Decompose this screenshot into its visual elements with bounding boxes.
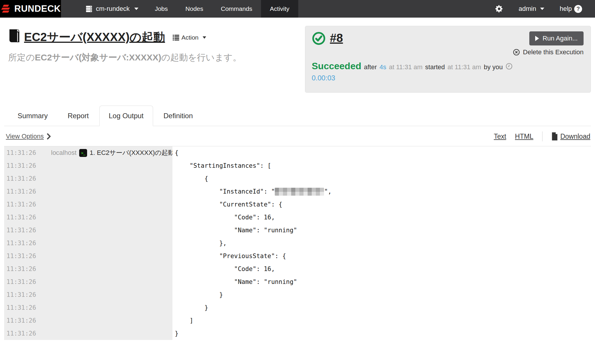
navbar-right: admin help ? xyxy=(495,0,595,18)
log-row: 11:31:26 "PreviousState": { xyxy=(4,250,591,263)
rundeck-brand[interactable]: RUNDECK xyxy=(0,0,61,18)
log-line: "Code": 16, xyxy=(172,263,591,275)
tab-definition[interactable]: Definition xyxy=(154,106,202,126)
nav-item-nodes[interactable]: Nodes xyxy=(177,0,212,18)
log-line: { xyxy=(172,172,591,185)
log-timestamp: 11:31:26 xyxy=(4,201,47,208)
log-timestamp: 11:31:26 xyxy=(4,214,47,221)
log-line: "InstanceId": "", xyxy=(172,185,591,198)
duration-value: 4s xyxy=(379,63,386,71)
log-output-table: 11:31:26localhost>_1. EC2サーバ(XXXXX)の起動{1… xyxy=(4,146,591,340)
view-options-link[interactable]: View Options xyxy=(6,133,51,140)
execution-id-link[interactable]: #8 xyxy=(330,31,343,44)
project-name: cm-rundeck xyxy=(96,5,130,13)
step-label: 1. EC2サーバ(XXXXX)の起動 xyxy=(90,148,174,157)
log-row: 11:31:26 "StartingInstances": [ xyxy=(4,159,591,172)
status-badge: Succeeded xyxy=(312,61,361,72)
delete-execution-link[interactable]: Delete this Execution xyxy=(312,48,584,56)
book-icon xyxy=(8,28,21,43)
text-view-link[interactable]: Text xyxy=(494,133,506,140)
log-line: "Name": "running" xyxy=(172,275,591,288)
log-line: "Name": "running" xyxy=(172,224,591,237)
tab-summary[interactable]: Summary xyxy=(8,106,57,126)
user-menu[interactable]: admin xyxy=(518,5,544,13)
file-icon xyxy=(551,132,558,140)
log-timestamp: 11:31:26 xyxy=(4,278,47,285)
log-row: 11:31:26 "InstanceId": "", xyxy=(4,185,591,198)
log-timestamp: 11:31:26 xyxy=(4,240,47,247)
log-gutter: 11:31:26 xyxy=(4,185,172,198)
node-name: localhost xyxy=(51,149,77,157)
play-icon xyxy=(535,36,539,41)
chevron-down-icon xyxy=(203,36,206,39)
log-line: } xyxy=(172,301,591,314)
execution-status-line: Succeeded after 4s at 11:31 am started a… xyxy=(312,61,584,72)
log-toolbar: View Options Text HTML Download xyxy=(4,131,591,141)
log-line: "Code": 16, xyxy=(172,211,591,224)
action-label: Action xyxy=(182,34,199,41)
list-icon xyxy=(173,35,179,41)
log-row: 11:31:26 "Code": 16, xyxy=(4,263,591,275)
log-line: }, xyxy=(172,237,591,250)
elapsed-time: 0.00:03 xyxy=(312,74,584,82)
chevron-down-icon xyxy=(134,8,138,10)
log-row: 11:31:26 "Name": "running" xyxy=(4,275,591,288)
log-gutter: 11:31:26 xyxy=(4,159,172,172)
primary-nav-wrap: cm-rundeck JobsNodesCommandsActivity xyxy=(77,0,298,18)
primary-nav: JobsNodesCommandsActivity xyxy=(146,0,298,18)
nav-item-activity[interactable]: Activity xyxy=(261,0,298,18)
log-row: 11:31:26} xyxy=(4,327,591,340)
log-line: "PreviousState": { xyxy=(172,250,591,263)
toolbar-divider xyxy=(542,131,543,141)
help-question-icon: ? xyxy=(574,5,582,13)
log-timestamp: 11:31:26 xyxy=(4,291,47,298)
log-row: 11:31:26 } xyxy=(4,288,591,301)
check-circle-icon xyxy=(312,31,326,45)
help-label: help xyxy=(560,5,572,13)
log-row: 11:31:26 "Code": 16, xyxy=(4,211,591,224)
top-navbar: RUNDECK cm-rundeck JobsNodesCommandsActi… xyxy=(0,0,595,18)
project-menu[interactable]: cm-rundeck xyxy=(77,0,146,18)
run-again-button[interactable]: Run Again... xyxy=(529,31,584,45)
circle-x-icon xyxy=(513,48,520,56)
log-line: "StartingInstances": [ xyxy=(172,159,591,172)
log-gutter: 11:31:26 xyxy=(4,237,172,250)
settings-gear-icon[interactable] xyxy=(495,5,503,13)
terminal-icon: >_ xyxy=(79,149,87,157)
tab-report[interactable]: Report xyxy=(58,106,98,126)
log-timestamp: 11:31:26 xyxy=(4,304,47,311)
log-timestamp: 11:31:26 xyxy=(4,162,47,169)
html-view-link[interactable]: HTML xyxy=(515,133,533,140)
log-gutter: 11:31:26localhost>_1. EC2サーバ(XXXXX)の起動 xyxy=(4,146,172,159)
log-line: } xyxy=(172,288,591,301)
log-timestamp: 11:31:26 xyxy=(4,227,47,234)
job-header: EC2サーバ(XXXXX)の起動 Action 所定のEC2サ xyxy=(4,26,305,63)
brand-label: RUNDECK xyxy=(14,4,61,14)
tab-log-output[interactable]: Log Output xyxy=(99,106,153,126)
rundeck-logo-icon xyxy=(0,4,11,13)
log-gutter: 11:31:26 xyxy=(4,172,172,185)
log-row: 11:31:26 "CurrentState": { xyxy=(4,198,591,211)
log-gutter: 11:31:26 xyxy=(4,288,172,301)
nav-item-jobs[interactable]: Jobs xyxy=(146,0,177,18)
job-title-link[interactable]: EC2サーバ(XXXXX)の起動 xyxy=(24,31,165,43)
action-dropdown[interactable]: Action xyxy=(173,34,206,41)
log-row: 11:31:26 }, xyxy=(4,237,591,250)
execution-panel: #8 Run Again... Delete this Execution Su… xyxy=(305,26,591,93)
log-row: 11:31:26 { xyxy=(4,172,591,185)
log-line: ] xyxy=(172,314,591,327)
log-gutter: 11:31:26 xyxy=(4,314,172,327)
server-stack-icon xyxy=(85,5,93,13)
download-link[interactable]: Download xyxy=(551,132,590,140)
log-context: localhost>_1. EC2サーバ(XXXXX)の起動 xyxy=(51,148,174,157)
log-timestamp: 11:31:26 xyxy=(4,330,47,337)
log-gutter: 11:31:26 xyxy=(4,250,172,263)
nav-item-commands[interactable]: Commands xyxy=(212,0,261,18)
log-gutter: 11:31:26 xyxy=(4,198,172,211)
clock-icon xyxy=(505,62,513,70)
log-row: 11:31:26 } xyxy=(4,301,591,314)
log-timestamp: 11:31:26 xyxy=(4,188,47,195)
redacted-instance-id xyxy=(275,188,324,196)
chevron-right-icon xyxy=(47,133,51,140)
help-link[interactable]: help ? xyxy=(560,5,582,13)
